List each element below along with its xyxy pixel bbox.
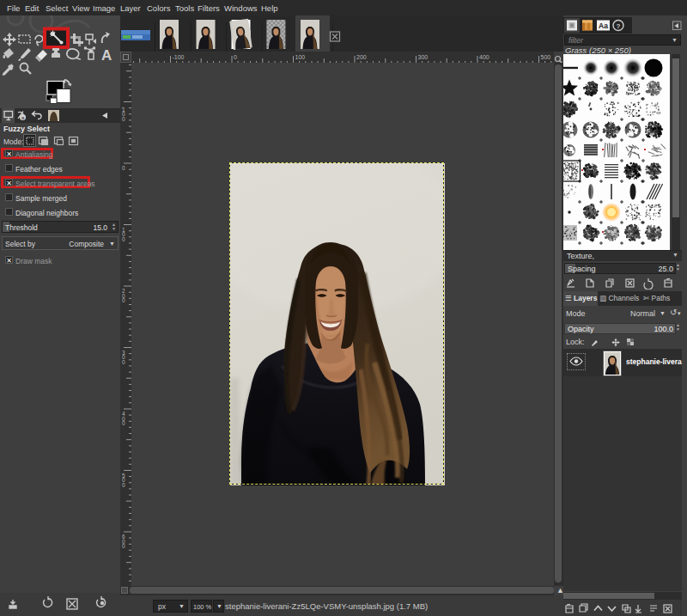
svg-text:0: 0 [122,236,125,242]
svg-text:-100: -100 [173,54,185,60]
svg-text:0: 0 [122,420,125,426]
svg-text:100: 100 [295,54,306,60]
svg-text:400: 400 [479,54,489,60]
svg-text:?: ? [617,22,621,30]
svg-text:0: 0 [122,543,125,549]
svg-text:0: 0 [122,482,125,488]
svg-text:500: 500 [541,54,551,60]
svg-text:A: A [101,47,112,64]
svg-text:200: 200 [356,54,367,60]
svg-text:0: 0 [234,54,237,60]
svg-text:300: 300 [418,54,429,60]
svg-text:0: 0 [122,359,125,365]
svg-text:0: 0 [122,165,125,171]
svg-text:0: 0 [122,297,125,303]
svg-text:0: 0 [122,116,125,122]
svg-text:Aa: Aa [599,21,608,30]
